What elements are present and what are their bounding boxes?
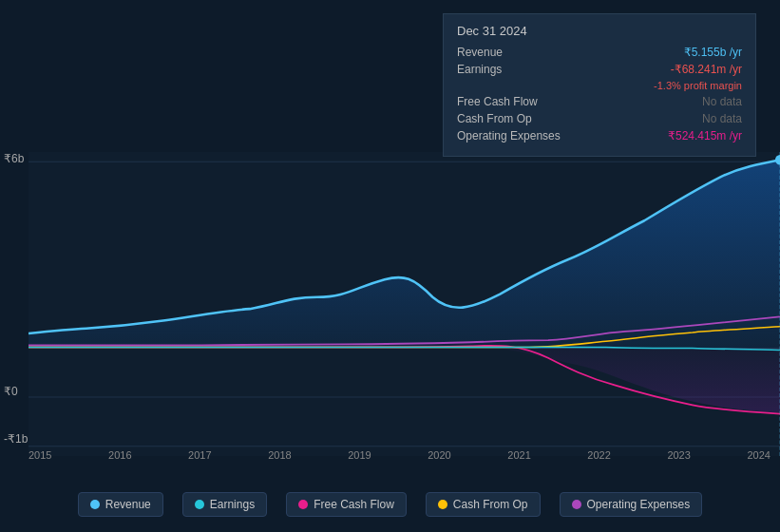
x-label-2024: 2024 [747,449,770,461]
x-label-2016: 2016 [108,449,131,461]
y-axis-middle: ₹0 [4,385,18,398]
tooltip-row-revenue: Revenue ₹5.155b /yr [457,46,742,59]
legend-dot-opex [572,500,581,509]
x-label-2017: 2017 [188,449,211,461]
tooltip-row-cashop: Cash From Op No data [457,112,742,125]
tooltip-value-revenue: ₹5.155b /yr [684,46,742,59]
legend-dot-fcf [298,500,308,509]
tooltip-row-opex: Operating Expenses ₹524.415m /yr [457,129,742,142]
tooltip-label-revenue: Revenue [457,46,580,59]
x-label-2021: 2021 [507,449,530,461]
tooltip-box: Dec 31 2024 Revenue ₹5.155b /yr Earnings… [443,13,756,157]
y-axis-bottom: -₹1b [4,432,28,446]
tooltip-row-margin: -1.3% profit margin [457,80,742,91]
legend-label-revenue: Revenue [105,498,151,511]
legend-label-earnings: Earnings [210,498,255,511]
tooltip-value-fcf: No data [702,95,742,108]
tooltip-row-earnings: Earnings -₹68.241m /yr [457,63,742,76]
legend-dot-earnings [195,500,204,509]
legend-dot-cashop [438,500,447,509]
x-label-2023: 2023 [667,449,690,461]
y-axis-top: ₹6b [4,152,24,165]
legend-item-cashop[interactable]: Cash From Op [426,492,541,517]
legend-item-revenue[interactable]: Revenue [78,492,163,517]
legend: Revenue Earnings Free Cash Flow Cash Fro… [0,492,780,517]
tooltip-value-opex: ₹524.415m /yr [668,129,742,142]
tooltip-label-earnings: Earnings [457,63,580,76]
legend-item-earnings[interactable]: Earnings [182,492,267,517]
chart-container: Dec 31 2024 Revenue ₹5.155b /yr Earnings… [0,0,780,532]
tooltip-label-cashop: Cash From Op [457,112,580,125]
tooltip-label-fcf: Free Cash Flow [457,95,580,108]
x-label-2019: 2019 [348,449,371,461]
legend-item-fcf[interactable]: Free Cash Flow [286,492,407,517]
x-label-2022: 2022 [587,449,610,461]
tooltip-value-earnings: -₹68.241m /yr [671,63,742,76]
x-label-2020: 2020 [428,449,450,461]
tooltip-label-margin [457,80,580,91]
legend-item-opex[interactable]: Operating Expenses [560,492,703,517]
x-label-2018: 2018 [268,449,291,461]
legend-label-cashop: Cash From Op [453,498,528,511]
tooltip-value-margin: -1.3% profit margin [654,80,742,91]
tooltip-label-opex: Operating Expenses [457,129,580,142]
tooltip-date: Dec 31 2024 [457,24,742,38]
legend-label-opex: Operating Expenses [587,498,691,511]
x-label-2015: 2015 [29,449,51,461]
tooltip-row-fcf: Free Cash Flow No data [457,95,742,108]
tooltip-value-cashop: No data [702,112,742,125]
x-axis-labels: 2015 2016 2017 2018 2019 2020 2021 2022 … [29,449,770,461]
legend-dot-revenue [90,500,100,509]
legend-label-fcf: Free Cash Flow [314,498,394,511]
chart-svg [29,152,780,456]
